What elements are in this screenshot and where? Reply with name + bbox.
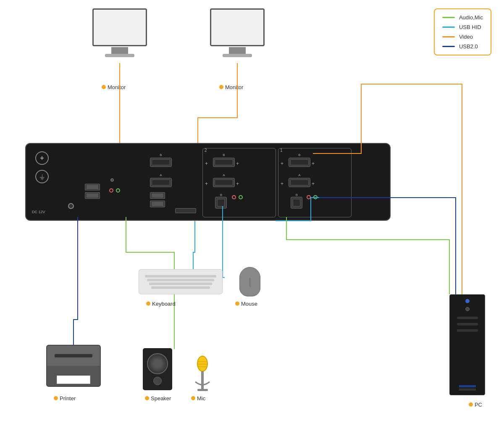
speaker: [143, 348, 172, 390]
dp-a-sec1: A: [289, 173, 310, 187]
legend-item-audio: Audio,Mic: [442, 14, 483, 21]
dp-a-sec2: A: [213, 173, 235, 187]
svg-rect-2: [201, 382, 204, 389]
mouse-label: Mouse: [235, 301, 257, 307]
dc-port: [68, 203, 74, 209]
pc-power-button: [465, 299, 470, 303]
printer-label: Printer: [54, 395, 76, 402]
monitor-2-label: Monitor: [219, 84, 243, 90]
svg-rect-1: [201, 371, 204, 382]
legend-label-usb2: USB2.0: [459, 43, 478, 50]
monitor-2-stand: [229, 47, 246, 54]
printer: [46, 345, 101, 387]
pc-label: PC: [469, 402, 482, 408]
legend-item-video: Video: [442, 34, 483, 40]
monitor-1-dot: [102, 85, 106, 89]
monitor-1-stand: [111, 47, 128, 54]
mic-label: Mic: [191, 395, 205, 402]
plus-sec1-ll: +: [281, 181, 284, 187]
monitor-2: [210, 8, 265, 57]
monitor-1: [92, 8, 147, 57]
plus-sec1-r: +: [312, 161, 315, 167]
legend-line-usb-hid: [442, 26, 455, 28]
monitor-1-screen: [92, 8, 147, 46]
monitor-1-base: [105, 54, 134, 57]
legend-label-usb-hid: USB HID: [459, 24, 481, 30]
kvm-power-icons: + ⏚: [35, 151, 49, 183]
svg-rect-3: [197, 389, 208, 391]
usb-b-sec1: ⚙: [291, 193, 302, 209]
plus-sec2-r: +: [236, 161, 239, 167]
legend-line-usb2: [442, 46, 455, 47]
svg-point-0: [197, 356, 207, 371]
plus-sec1-l: +: [281, 161, 284, 167]
legend-label-video: Video: [459, 34, 473, 40]
dp-b-out: B: [150, 153, 172, 167]
power-icon: +: [35, 151, 49, 165]
plus-sec2-ll: +: [205, 181, 208, 187]
monitor-2-dot: [219, 85, 223, 89]
usb-a-ports-out: [150, 192, 165, 207]
legend-item-usb2: USB2.0: [442, 43, 483, 50]
audio-jacks-left: [109, 188, 120, 193]
legend-box: Audio,Mic USB HID Video USB2.0: [434, 8, 491, 56]
legend-label-audio: Audio,Mic: [459, 14, 483, 21]
monitor-2-screen: [210, 8, 265, 46]
ground-icon: ⏚: [35, 170, 49, 183]
kvm-switch: + ⏚ DC 12V ⚙ B A 2 B: [25, 143, 391, 221]
plus-sec2-l: +: [205, 161, 208, 167]
speaker-label: Speaker: [145, 395, 171, 402]
mic: [191, 353, 214, 397]
legend-line-audio: [442, 17, 455, 18]
audio-jacks-sec1: [307, 195, 318, 199]
monitor-1-label: Monitor: [102, 84, 126, 90]
usb-symbol-left: ⚙: [110, 177, 114, 183]
keyboard-label: Keyboard: [146, 301, 176, 307]
dp-b-sec1: B: [289, 153, 310, 167]
pc: [449, 294, 485, 395]
dp-b-sec2: B: [213, 153, 235, 167]
usb-b-sec2: ⚙: [215, 193, 227, 209]
audio-jacks-sec2: [232, 195, 243, 199]
mouse: [239, 267, 260, 296]
legend-item-usb-hid: USB HID: [442, 24, 483, 30]
plus-sec2-lr: +: [236, 181, 239, 187]
kb-hint: [175, 208, 196, 213]
dc-label: DC 12V: [32, 210, 45, 214]
usb-a-ports-left: [85, 184, 100, 199]
dp-a-out: A: [150, 173, 172, 187]
plus-sec1-lr: +: [312, 181, 315, 187]
monitor-2-base: [223, 54, 252, 57]
keyboard: [139, 269, 223, 294]
legend-line-video: [442, 36, 455, 37]
